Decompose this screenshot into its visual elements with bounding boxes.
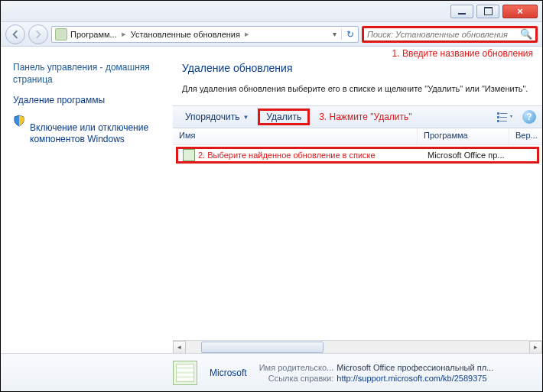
breadcrumb-separator: ▸ bbox=[120, 29, 128, 39]
help-button[interactable]: ? bbox=[522, 110, 536, 124]
search-icon[interactable]: 🔍 bbox=[520, 28, 532, 40]
scroll-left-button[interactable]: ◂ bbox=[173, 341, 186, 354]
breadcrumb-separator: ▸ bbox=[243, 29, 251, 39]
content-area: Панель управления - домашняя страница Уд… bbox=[1, 47, 542, 353]
sidebar-link-uninstall[interactable]: Удаление программы bbox=[13, 95, 164, 107]
column-header-name[interactable]: Имя bbox=[173, 128, 418, 144]
scroll-right-button[interactable]: ▸ bbox=[529, 341, 542, 354]
search-input[interactable] bbox=[367, 30, 520, 39]
update-icon bbox=[183, 149, 195, 161]
view-options-button[interactable] bbox=[495, 110, 516, 124]
window-titlebar: × bbox=[1, 1, 542, 22]
list-item-program: Microsoft Office пр... bbox=[423, 151, 515, 160]
address-bar[interactable]: Программ... ▸ Установленные обновления ▸… bbox=[51, 26, 359, 43]
back-button[interactable] bbox=[5, 24, 25, 44]
svg-rect-5 bbox=[500, 121, 507, 121]
page-description: Для удаления обновления выберите его в с… bbox=[182, 83, 533, 95]
maximize-button[interactable] bbox=[476, 5, 499, 18]
toolbar: Упорядочить ▼ Удалить 3. Нажмите "Удалит… bbox=[173, 105, 542, 128]
folder-icon bbox=[55, 28, 67, 40]
svg-rect-2 bbox=[497, 116, 499, 118]
arrow-right-icon bbox=[34, 30, 43, 39]
shield-icon bbox=[13, 115, 25, 127]
column-header-version[interactable]: Вер... bbox=[509, 128, 542, 144]
details-vendor: Microsoft bbox=[210, 368, 247, 378]
svg-rect-3 bbox=[500, 117, 507, 118]
refresh-button[interactable]: ↻ bbox=[341, 29, 355, 40]
control-panel-home-link[interactable]: Панель управления - домашняя страница bbox=[13, 62, 164, 86]
details-parent-value: Microsoft Office профессиональный пл... bbox=[337, 363, 493, 372]
delete-button[interactable]: Удалить bbox=[258, 109, 310, 125]
details-icon bbox=[173, 361, 197, 385]
main-panel: Удаление обновления Для удаления обновле… bbox=[173, 47, 542, 353]
view-list-icon bbox=[497, 112, 514, 122]
details-parent-label: Имя родительско... bbox=[259, 363, 334, 372]
annotation-step3: 3. Нажмите "Удалить" bbox=[319, 112, 411, 122]
organize-button[interactable]: Упорядочить ▼ bbox=[179, 109, 255, 125]
breadcrumb-item[interactable]: Программ... bbox=[70, 30, 117, 39]
navigation-bar: Программ... ▸ Установленные обновления ▸… bbox=[1, 22, 542, 47]
scrollbar-track[interactable] bbox=[186, 341, 529, 354]
updates-list: 2. Выберите найденное обновление в списк… bbox=[173, 145, 542, 353]
svg-rect-0 bbox=[497, 112, 499, 115]
sidebar: Панель управления - домашняя страница Уд… bbox=[1, 47, 173, 353]
svg-rect-4 bbox=[497, 120, 499, 122]
breadcrumb-item[interactable]: Установленные обновления bbox=[131, 30, 240, 39]
arrow-left-icon bbox=[11, 30, 20, 39]
page-title: Удаление обновления bbox=[182, 62, 533, 74]
annotation-step2: 2. Выберите найденное обновление в списк… bbox=[198, 151, 376, 160]
minimize-button[interactable] bbox=[450, 5, 473, 18]
scrollbar-thumb[interactable] bbox=[201, 342, 324, 353]
details-pane: Microsoft Имя родительско... Microsoft O… bbox=[1, 353, 542, 391]
column-headers: Имя Программа Вер... bbox=[173, 128, 542, 145]
close-button[interactable]: × bbox=[502, 5, 538, 18]
forward-button[interactable] bbox=[28, 24, 48, 44]
search-box[interactable]: 🔍 bbox=[362, 26, 538, 43]
details-help-label: Ссылка справки: bbox=[259, 374, 334, 383]
horizontal-scrollbar[interactable]: ◂ ▸ bbox=[173, 340, 542, 353]
svg-rect-1 bbox=[500, 113, 507, 114]
details-help-link[interactable]: http://support.microsoft.com/kb/2589375 bbox=[337, 374, 493, 383]
sidebar-link-windows-features[interactable]: Включение или отключение компонентов Win… bbox=[30, 122, 164, 146]
chevron-down-icon: ▼ bbox=[242, 114, 249, 121]
list-item[interactable]: 2. Выберите найденное обновление в списк… bbox=[176, 147, 539, 164]
address-dropdown-icon[interactable]: ▾ bbox=[331, 30, 338, 38]
column-header-program[interactable]: Программа bbox=[418, 128, 509, 144]
